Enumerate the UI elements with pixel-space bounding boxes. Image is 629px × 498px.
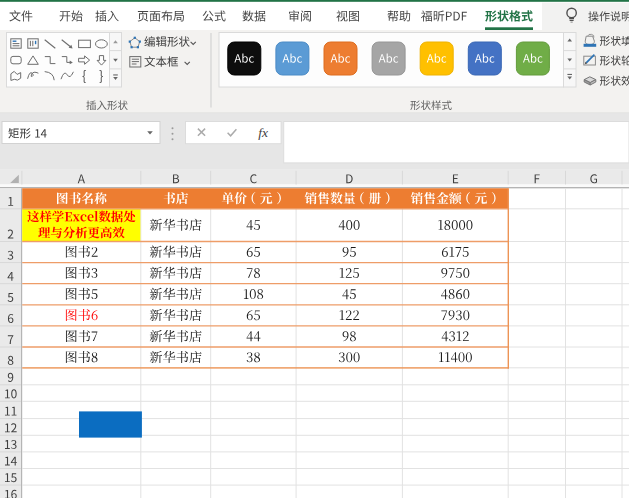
svg-text:fx: fx — [258, 125, 268, 140]
